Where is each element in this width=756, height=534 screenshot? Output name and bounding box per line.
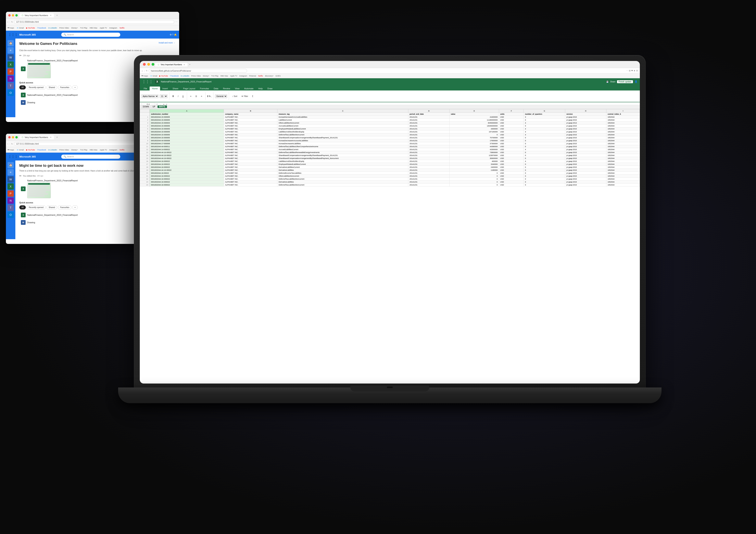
qa-tab-add-top[interactable]: +	[72, 85, 78, 89]
minimize-button-bottom[interactable]	[12, 136, 14, 139]
qa-tab-shared-bottom[interactable]: Shared	[46, 205, 57, 210]
table-row[interactable]: 220001652044-16-000022ALPHABET INC.Defer…	[140, 178, 640, 181]
bookmark-apple[interactable]: Apple TV	[100, 27, 107, 29]
bookmark-instagram[interactable]: Instagram	[109, 27, 117, 29]
ribbon-tab-insert[interactable]: Insert	[160, 87, 170, 90]
scroll-down[interactable]: DOWN	[141, 105, 150, 108]
format-select[interactable]: General	[215, 94, 227, 98]
sidebar-word-bottom[interactable]: W	[8, 176, 14, 183]
table-row[interactable]: 110001652044-44-000011ALPHABET INC.Defer…	[140, 145, 640, 148]
sidebar-powerpoint-bottom[interactable]: P	[8, 191, 14, 197]
bk-yt-ss[interactable]: ▶ YouTube	[159, 75, 168, 77]
traffic-lights-top[interactable]	[8, 14, 18, 16]
sidebar-powerpoint-top[interactable]: P	[8, 68, 14, 75]
bk-hbo-ss[interactable]: HBO Max	[220, 75, 228, 77]
sidebar-home-bottom[interactable]: 🏠	[8, 162, 14, 168]
currency-icon[interactable]: $	[207, 95, 208, 97]
font-size-select[interactable]: 11	[160, 94, 168, 98]
table-row[interactable]: 160001652044-16-000022ALPHABET INC.Liabi…	[140, 160, 640, 163]
sidebar-excel-bottom[interactable]: X	[8, 183, 14, 190]
browser-tab-top[interactable]: ⬡ Very Important Numbers ✕	[19, 13, 54, 17]
bookmark-facebook[interactable]: f Facebook	[37, 27, 46, 29]
underline-button[interactable]: U	[181, 94, 185, 98]
ss-ext-icons[interactable]: ⋯ ⊞ ❤ ★ ⬇	[626, 69, 638, 72]
maximize-button-top[interactable]	[15, 14, 18, 16]
ribbon-tab-page-layout[interactable]: Page Layout	[181, 87, 198, 90]
align-right-button[interactable]: ≡	[200, 94, 204, 98]
filter-button[interactable]: ▼ Filter	[240, 94, 250, 98]
ss-traffic-lights[interactable]	[143, 63, 154, 66]
table-row[interactable]: 150001652044-44-16-00022ALPHABET INC.Sha…	[140, 157, 640, 160]
sort-button[interactable]: ↕ Sort	[230, 94, 239, 98]
m365-search-top[interactable]: 🔍 Search	[61, 33, 120, 37]
refresh-icon-bottom[interactable]: ↻	[11, 143, 13, 145]
sidebar-onenote-top[interactable]: N	[8, 76, 14, 82]
table-row[interactable]: 30001652044-15-000003ALPHABET INC.OtherL…	[140, 121, 640, 124]
bookmark-instagram-b[interactable]: Instagram	[109, 149, 117, 151]
sidebar-home-top[interactable]: 🏠	[8, 40, 14, 46]
bk-prime-ss[interactable]: Prime Video	[191, 75, 201, 77]
comma-icon[interactable]: ,	[211, 95, 212, 97]
bookmark-facebook-b[interactable]: f Facebook	[37, 149, 46, 151]
ribbon-tab-file[interactable]: File	[141, 87, 149, 90]
qa-tab-recently-bottom[interactable]: Recently opened	[27, 205, 46, 210]
bookmark-youtube-b[interactable]: ▶ YouTube	[26, 149, 35, 151]
ss-minimize-button[interactable]	[147, 63, 150, 66]
sidebar-teams-bottom[interactable]: T	[8, 205, 14, 211]
bookmark-linkedin-b[interactable]: in LinkedIn	[48, 149, 57, 151]
bk-fb-ss[interactable]: f Facebook	[170, 75, 179, 77]
ribbon-tab-formulas[interactable]: Formulas	[198, 87, 211, 90]
align-center-button[interactable]: ☰	[194, 94, 199, 98]
table-row[interactable]: 40001652044-15-000005ALPHABET INC.Accrue…	[140, 124, 640, 127]
ribbon-tab-automate[interactable]: Automate	[242, 87, 256, 90]
ss-back-icon[interactable]: ‹	[142, 69, 143, 72]
bookmark-apple-b[interactable]: Apple TV	[100, 149, 107, 151]
bookmark-disney-b[interactable]: Disney+	[71, 149, 78, 151]
bk-pinterest-ss[interactable]: Pinterest	[249, 75, 256, 77]
bookmark-tv2[interactable]: TV2 Play	[80, 27, 87, 29]
bookmark-hbo[interactable]: HBO Max	[90, 27, 97, 29]
table-row[interactable]: 140001652044-44-16-00022ALPHABET INC.Sha…	[140, 154, 640, 157]
qa-tab-all-top[interactable]: All	[19, 85, 26, 89]
new-tab-ss[interactable]: +	[188, 63, 192, 66]
table-row[interactable]: 170001652044-16-000022ALPHABET INC.Emplo…	[140, 163, 640, 166]
ss-data-grid[interactable]: A B C D E F G H I	[140, 109, 640, 384]
font-family-select[interactable]: Aptos Narrow	[141, 94, 158, 98]
table-row[interactable]: 130001652044-44-16-00022ALPHABET INC.Def…	[140, 151, 640, 154]
table-row[interactable]: 10001652044-15-000005ALPHABET INC.Increa…	[140, 116, 640, 118]
qa-tab-all-bottom[interactable]: All	[19, 205, 26, 210]
ss-close-button[interactable]	[143, 63, 146, 66]
forward-icon-bottom[interactable]: ›	[9, 143, 10, 145]
bookmark-hbo-b[interactable]: HBO Max	[90, 149, 97, 151]
table-row[interactable]: 90001652044-44-000008ALPHABET INC.Increa…	[140, 139, 640, 142]
bookmark-gmail-b[interactable]: 📧 Gmail	[16, 149, 24, 151]
new-tab-bottom[interactable]: +	[56, 136, 58, 139]
bk-gmail-ss[interactable]: 📧 Gmail	[150, 75, 157, 77]
ribbon-tab-view[interactable]: View	[232, 87, 242, 90]
bookmark-tv2-b[interactable]: TV2 Play	[80, 149, 87, 151]
table-row[interactable]: 240001652044-16-000022ALPHABET INC.Defer…	[140, 184, 640, 187]
ribbon-tab-help[interactable]: Help	[256, 87, 265, 90]
table-row[interactable]: 20001652044-15-000005ALPHABET INC.Liabil…	[140, 118, 640, 121]
ss-refresh-icon[interactable]: ↻	[146, 70, 148, 72]
ss-share-btn[interactable]: Share	[610, 81, 615, 83]
back-icon-bottom[interactable]: ‹	[8, 143, 8, 145]
bk-instagram-ss[interactable]: Instagram	[239, 75, 247, 77]
qa-tab-recently-top[interactable]: Recently opened	[27, 85, 46, 89]
table-row[interactable]: 210001652044-16-000022ALPHABET INC.Other…	[140, 175, 640, 178]
italic-button[interactable]: I	[176, 94, 180, 98]
qa-tab-fav-bottom[interactable]: Favourites	[58, 205, 71, 210]
bookmark-disney[interactable]: Disney+	[71, 27, 78, 29]
bookmark-youtube[interactable]: ▶ YouTube	[26, 27, 35, 29]
qa-tab-fav-top[interactable]: Favourites	[58, 85, 71, 89]
bookmark-linkedin[interactable]: in LinkedIn	[48, 27, 57, 29]
bookmark-gmail[interactable]: 📧 Gmail	[16, 27, 24, 29]
ss-maximize-button[interactable]	[151, 63, 154, 66]
table-row[interactable]: 180001652044-16-000022ALPHABET INC.Deriv…	[140, 166, 640, 169]
close-button-bottom[interactable]	[8, 136, 11, 139]
new-tab-top[interactable]: +	[56, 14, 58, 17]
bookmark-prime-b[interactable]: Prime Video	[59, 149, 69, 151]
table-row[interactable]: 70001652044-15-000005ALPHABET INC.Deferr…	[140, 133, 640, 136]
table-row[interactable]: 60001652044-15-000005ALPHABET INC.Liabil…	[140, 130, 640, 133]
bookmark-prime[interactable]: Prime Video	[59, 27, 69, 29]
